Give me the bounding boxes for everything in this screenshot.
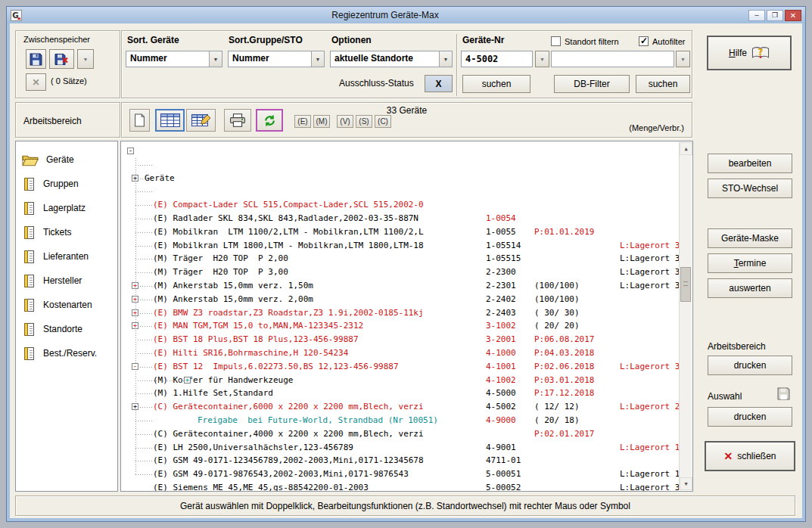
table-edit-icon (191, 113, 211, 128)
tree-expander[interactable]: - (132, 363, 138, 370)
tree-connector (135, 353, 152, 354)
tree-row[interactable]: (M) Ankerstab 15,0mm verz. 2,00m 2-2403 … (122, 252, 679, 266)
auswerten-button[interactable]: auswerten (708, 278, 792, 298)
device-number-dropdown[interactable] (535, 51, 549, 67)
sidebar-item-ger-te[interactable]: Geräte (16, 148, 117, 172)
tree-row[interactable]: (E) Mobilkran LTM 1800,LTM - Mobilkran,L… (122, 198, 679, 212)
filter-combobox[interactable] (551, 51, 674, 67)
vertical-scrollbar[interactable]: ▲ ▼ (679, 142, 692, 490)
tree-row-label: (E) Siemens ME 45,ME 45,gs-88542200-01-2… (153, 481, 369, 492)
geraete-maske-button[interactable]: Geräte-Maske (708, 228, 792, 248)
help-button[interactable]: Hilfe ? (708, 36, 791, 70)
type-filter-button-e[interactable]: (E) (294, 115, 311, 128)
scroll-up-button[interactable]: ▲ (680, 142, 692, 155)
tree-row[interactable]: (E) BMW Z3 roadstar,Z3 Roadstar,Z3 1.9i,… (122, 266, 679, 279)
scroll-down-button[interactable]: ▼ (680, 477, 692, 490)
chevron-down-icon[interactable] (311, 51, 324, 67)
close-app-button[interactable]: ✕ schließen (705, 442, 795, 471)
exclusion-status-button[interactable]: X (425, 75, 453, 92)
filter-dropdown[interactable] (676, 51, 690, 67)
sto-wechsel-button[interactable]: STO-Wechsel (708, 179, 792, 198)
db-filter-button[interactable]: DB-Filter (554, 75, 630, 93)
tree-expander[interactable]: + (132, 322, 138, 329)
termine-button[interactable]: Termine (708, 253, 792, 273)
tree-row[interactable]: + (E) BST 18 Plus,BST 18 Plus,123-456-99… (122, 293, 679, 306)
chevron-down-icon[interactable] (209, 51, 222, 67)
tree-row[interactable]: (E) GSM 49-0171-9876543,2002-2003,Mini,0… (122, 427, 679, 441)
tree-expander[interactable]: + (132, 403, 138, 410)
tree-root-row[interactable]: - Geräte (122, 144, 679, 158)
table-edit-button[interactable] (186, 109, 216, 132)
edit-button[interactable]: bearbeiten (708, 154, 792, 173)
tree-expander[interactable]: + (132, 175, 138, 182)
tree-row[interactable]: (E) Mobilkran LTM 1100/2,LTM - Mobilkran… (122, 185, 679, 198)
tree-expander[interactable]: + (132, 282, 138, 289)
sidebar-item-gruppen[interactable]: Gruppen (16, 172, 117, 196)
tree-row[interactable]: + (E) BST 12 Impuls,6.02273.50,BS 12,123… (122, 319, 679, 333)
clipboard-clear-button[interactable]: ✕ (26, 73, 46, 91)
tree-row[interactable]: (C) Gerätecontainer,4000 x 2200 x 2200 m… (122, 387, 679, 400)
save-delete-icon (54, 53, 69, 66)
sidebar-item-lieferanten[interactable]: Lieferanten (16, 244, 117, 269)
sidebar-item-label: Lagerplatz (43, 203, 86, 213)
tree-row[interactable]: (E) Ericsson T68i,T68i,pu-5874 0051-01-2… (122, 467, 679, 481)
print-workspace-button[interactable]: drucken (708, 356, 792, 375)
device-number-input[interactable] (461, 51, 533, 67)
tree-row[interactable]: (M) Ankerstab 15,0mm verz. 1,50m 2-2402 … (122, 239, 679, 253)
type-filter-button-v[interactable]: (V) (337, 115, 353, 128)
options-combobox[interactable]: aktuelle Standorte (330, 51, 453, 67)
tree-expander[interactable]: + (132, 296, 138, 303)
close-button[interactable]: ✕ (785, 10, 801, 21)
tree-row[interactable]: (M) 1.Hilfe Set,Standard 4-5002 ( 20/ 18… (122, 346, 679, 360)
tree-row[interactable]: (M) Koffer für Handwerkzeuge 4-5000 ( 12… (122, 333, 679, 346)
edit-button-label: bearbeiten (729, 158, 772, 169)
checkbox-icon[interactable] (639, 36, 649, 46)
sidebar-item-tickets[interactable]: Tickets (16, 220, 117, 244)
tree-row[interactable]: + (E) Hilti SR16,Bohrmaschine,H 120-5423… (122, 306, 679, 320)
sidebar-item-standorte[interactable]: Standorte (16, 317, 117, 341)
new-document-button[interactable] (129, 109, 150, 132)
print-button[interactable] (224, 109, 251, 132)
tree-row[interactable]: + Freigabe bei Future-World, Strandbad (… (122, 374, 679, 387)
sidebar-item-kostenarten[interactable]: Kostenarten (16, 293, 117, 317)
tree-row[interactable]: - (C) Gerätecontainer,6000 x 2200 x 2200… (122, 360, 679, 374)
type-filter-button-m[interactable]: (M) (313, 115, 330, 128)
autofilter-checkbox[interactable]: Autofilter (639, 36, 685, 46)
tree-row[interactable]: + (E) Radlader SKL 834,SKL 843,Radlader,… (122, 172, 679, 185)
clipboard-dropdown-button[interactable] (77, 49, 94, 69)
tree-row[interactable]: (M) Träger H20 TOP P 3,00 2-2301 (100/10… (122, 225, 679, 239)
tree-row[interactable]: (M) Träger H20 TOP P 2,00 2-2300 (100/10… (122, 212, 679, 225)
sidebar-item-best-reserv-[interactable]: Best./Reserv. (16, 341, 117, 365)
standort-filtern-checkbox[interactable]: Standort filtern (551, 36, 619, 46)
maximize-button[interactable]: ❐ (767, 10, 783, 21)
print-selection-button[interactable]: drucken (708, 407, 792, 427)
type-filter-button-s[interactable]: (S) (356, 115, 372, 128)
type-filter-button-c[interactable]: (C) (375, 115, 391, 128)
tree-row[interactable]: (E) Siemens S45i,S45i,gs-88542217-01-200… (122, 454, 679, 467)
tree-row[interactable]: + (E) LH 2500,Universalhächsler,123-4567… (122, 400, 679, 414)
clipboard-save-button[interactable] (26, 49, 46, 69)
checkbox-icon[interactable] (551, 36, 561, 46)
chevron-down-icon[interactable] (439, 51, 452, 67)
scrollbar-thumb[interactable] (680, 267, 691, 302)
clipboard-delete-button[interactable] (49, 49, 74, 69)
selection-save-icon[interactable] (777, 387, 790, 402)
tree-row[interactable]: + (E) MAN TGM,TGM 15,0 to,MAN,MA-123345-… (122, 279, 679, 293)
tree-row[interactable]: (E) GSM 49-0171-123456789,2002-2003,Mini… (122, 414, 679, 427)
refresh-button[interactable] (256, 109, 283, 132)
device-search-button[interactable]: suchen (462, 75, 530, 93)
tree-row[interactable]: (E) Siemens ME 45,ME 45,gs-88542200-01-2… (122, 441, 679, 455)
print-selection-button-label: drucken (734, 412, 767, 422)
minimize-button[interactable]: – (748, 10, 765, 21)
tree-connector (135, 421, 152, 421)
tree-expander[interactable]: + (132, 309, 138, 316)
table-view-button[interactable] (155, 109, 185, 132)
sort-devices-combobox[interactable]: Nummer (126, 51, 222, 67)
tree-row[interactable]: (E) Compact-Lader SCL 515,Compact-Lader,… (122, 158, 679, 172)
sort-group-combobox[interactable]: Nummer (228, 51, 325, 67)
filter-search-button[interactable]: suchen (636, 75, 690, 93)
tree-expander[interactable]: + (184, 377, 191, 384)
sidebar-item-hersteller[interactable]: Hersteller (16, 269, 117, 293)
sidebar-item-lagerplatz[interactable]: Lagerplatz (16, 196, 117, 220)
tree-expander[interactable]: - (127, 148, 134, 154)
